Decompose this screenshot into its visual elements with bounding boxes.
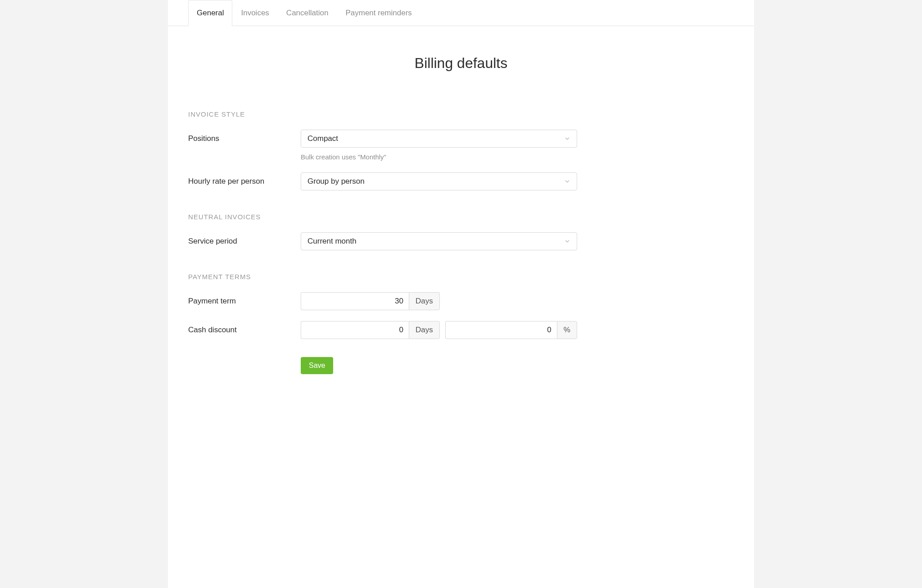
select-service-period[interactable]: Current month [301,232,577,250]
input-cash-discount-days[interactable] [301,321,409,339]
tab-invoices[interactable]: Invoices [232,0,277,26]
label-positions: Positions [188,130,301,144]
section-heading-invoice-style: INVOICE STYLE [188,109,734,119]
chevron-down-icon [564,178,570,185]
addon-payment-term-unit: Days [409,292,440,310]
label-hourly-rate: Hourly rate per person [188,172,301,187]
form-row-positions: Positions Compact Bulk creation uses "Mo… [188,130,734,162]
page-title: Billing defaults [188,53,734,73]
form-row-cash-discount: Cash discount Days % [188,321,734,339]
section-heading-payment-terms: PAYMENT TERMS [188,272,734,281]
tab-general[interactable]: General [188,0,232,26]
form-row-hourly-rate: Hourly rate per person Group by person [188,172,734,190]
select-positions-value: Compact [307,133,338,144]
select-service-period-value: Current month [307,236,357,247]
content-area: Billing defaults INVOICE STYLE Positions… [168,26,754,374]
input-cash-discount-percent[interactable] [445,321,557,339]
help-text-positions: Bulk creation uses "Monthly" [301,152,577,162]
select-positions[interactable]: Compact [301,130,577,148]
label-cash-discount: Cash discount [188,321,301,335]
page-wrapper: General Invoices Cancellation Payment re… [168,0,754,588]
input-payment-term-days[interactable] [301,292,409,310]
tabs-bar: General Invoices Cancellation Payment re… [168,0,754,26]
tab-payment-reminders[interactable]: Payment reminders [337,0,420,26]
label-payment-term: Payment term [188,292,301,307]
addon-cash-discount-days-unit: Days [409,321,440,339]
chevron-down-icon [564,136,570,142]
form-row-service-period: Service period Current month [188,232,734,250]
save-row: Save [301,357,734,374]
select-hourly-rate[interactable]: Group by person [301,172,577,190]
chevron-down-icon [564,238,570,244]
label-service-period: Service period [188,232,301,247]
tab-cancellation[interactable]: Cancellation [278,0,337,26]
save-button[interactable]: Save [301,357,333,374]
select-hourly-rate-value: Group by person [307,176,365,187]
section-heading-neutral-invoices: NEUTRAL INVOICES [188,212,734,222]
addon-cash-discount-percent-unit: % [557,321,577,339]
form-row-payment-term: Payment term Days [188,292,734,310]
